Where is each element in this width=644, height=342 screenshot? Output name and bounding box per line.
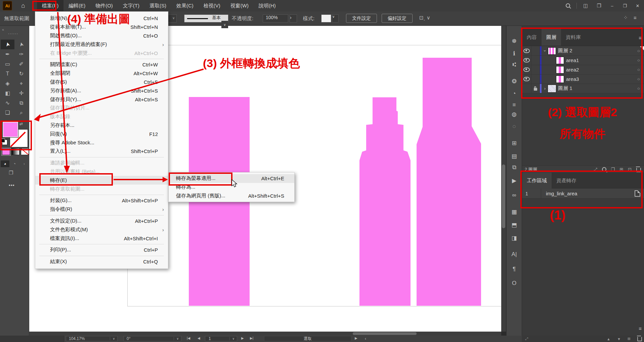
file-menu-item-22[interactable]: 文件設定(D)...Alt+Ctrl+P <box>35 217 168 226</box>
file-menu-item-16[interactable]: 邀請參與編輯... <box>35 159 168 167</box>
selection-tool[interactable]: ➤ <box>1 40 14 49</box>
drag-handle[interactable]: •••••• <box>8 32 18 36</box>
first-page-icon[interactable]: |◀ <box>187 336 190 340</box>
new-artboard-icon[interactable]: ⊞ <box>628 337 631 341</box>
tab-libraries[interactable]: 資料庫 <box>561 29 586 46</box>
artboard-page-icon[interactable] <box>630 190 644 197</box>
pink-bottle-small-shape[interactable] <box>359 97 411 306</box>
direct-selection-tool[interactable]: ➤ <box>14 40 28 49</box>
chevron-down-icon[interactable]: ∨ <box>110 337 117 340</box>
layer-name[interactable]: area3 <box>566 76 633 82</box>
draw-normal-icon[interactable]: ◕ <box>1 160 9 167</box>
panel-menu-icon[interactable]: ≡ <box>634 15 637 20</box>
layer-row-2[interactable]: area2○ <box>522 65 644 75</box>
align-options-icon[interactable]: ⊡˯ ∨ <box>419 15 430 21</box>
layer-name[interactable]: area1 <box>566 57 633 63</box>
gradient-panel-icon[interactable]: ◨ <box>507 235 522 242</box>
magic-wand-tool[interactable]: ⌖ <box>14 79 28 88</box>
pink-bottle-large-shape[interactable] <box>417 58 481 306</box>
menubar-item-8[interactable]: 說明(H) <box>254 0 281 11</box>
links-panel-icon[interactable]: ∞ <box>507 192 522 199</box>
opentype-panel-icon[interactable]: O <box>507 280 522 287</box>
home-icon[interactable]: ⌂ <box>18 2 28 9</box>
minimize-button[interactable]: – <box>606 0 618 11</box>
document-layout-icon[interactable]: ❒ <box>597 3 601 8</box>
collapse-panel-icon[interactable]: « <box>2 28 4 32</box>
asset-export-panel-icon[interactable]: ⬒ <box>507 222 522 229</box>
eyedropper-tool[interactable]: ✛ <box>14 88 28 98</box>
stroke-style-dropdown[interactable]: 基本 ∨ <box>184 14 228 22</box>
rotate-tool[interactable]: ↻ <box>14 69 28 79</box>
visibility-toggle[interactable] <box>522 56 531 65</box>
menubar-item-0[interactable]: 檔案(F) <box>37 0 63 11</box>
character-panel-icon[interactable]: A| <box>507 251 522 258</box>
pathfinder-panel-icon[interactable]: ⧉ <box>507 164 522 171</box>
tab-artboards[interactable]: 工作區域 <box>522 173 552 189</box>
layer-thumbnail[interactable] <box>556 66 564 73</box>
chevron-down-icon[interactable]: ∨ <box>229 337 237 340</box>
visibility-toggle[interactable] <box>522 65 531 74</box>
make-mask-icon[interactable]: ❐ <box>611 167 615 172</box>
lock-cell[interactable] <box>531 56 540 65</box>
shortcuts-panel-icon[interactable]: ⑆ <box>507 61 522 68</box>
file-menu-item-10[interactable]: 儲存選取的切片... <box>35 104 168 112</box>
actions-panel-icon[interactable]: ▶ <box>507 177 522 184</box>
draw-behind-icon[interactable]: ◔ <box>10 160 19 167</box>
layer-name[interactable]: 圖層 1 <box>558 85 633 92</box>
rotation-dropdown[interactable]: 0° ∨ <box>124 336 181 341</box>
file-menu-item-21[interactable]: 指令檔(R)› <box>35 205 168 214</box>
more-tools-icon[interactable]: ••• <box>9 183 15 188</box>
file-menu-item-4[interactable]: 在 Bridge 中瀏覽...Alt+Ctrl+O <box>35 49 168 57</box>
file-menu-item-9[interactable]: 儲存拷貝(Y)...Alt+Ctrl+S <box>35 95 168 104</box>
menubar-item-2[interactable]: 物件(O) <box>90 0 118 11</box>
chevron-collapsed-icon[interactable]: › <box>542 86 548 91</box>
menubar-item-1[interactable]: 編輯(E) <box>63 0 90 11</box>
zoom-level-dropdown[interactable]: 104.17% ∨ <box>66 336 118 341</box>
panel-menu-icon[interactable]: ≡ <box>639 326 642 331</box>
selection-panel-icon[interactable]: ◌ <box>507 123 522 130</box>
screen-mode-icon[interactable]: ❐ <box>9 170 13 176</box>
file-menu-item-7[interactable]: 儲存(S)Ctrl+S <box>35 78 168 87</box>
file-menu-item-15[interactable]: 置入(L)...Shift+Ctrl+P <box>35 147 168 156</box>
search-icon[interactable] <box>566 3 570 9</box>
opacity-more-button[interactable]: › <box>290 14 297 22</box>
expand-icon[interactable]: ⤢ <box>594 167 597 172</box>
close-button[interactable]: ✕ <box>631 0 644 11</box>
file-menu-item-8[interactable]: 另存新檔(A)...Shift+Ctrl+S <box>35 86 168 95</box>
file-menu-item-2[interactable]: 開啟舊檔(O)...Ctrl+O <box>35 32 168 40</box>
visibility-toggle[interactable] <box>522 84 531 93</box>
tab-layers[interactable]: 圖層 <box>542 29 561 46</box>
vertical-scrollbar[interactable] <box>501 26 506 332</box>
fill-color-swatch[interactable] <box>3 122 18 137</box>
last-page-icon[interactable]: ▶| <box>250 336 253 340</box>
visibility-toggle[interactable] <box>522 75 531 84</box>
file-menu-item-5[interactable]: 關閉檔案(C)Ctrl+W <box>35 60 168 69</box>
menubar-item-3[interactable]: 文字(T) <box>118 0 144 11</box>
pen-tool[interactable]: ✒ <box>1 49 14 59</box>
file-menu-item-0[interactable]: 新增(N)...Ctrl+N <box>35 14 168 23</box>
document-setup-button[interactable]: 文件設定 <box>346 14 377 23</box>
file-menu-item-18[interactable]: 轉存(E)› <box>35 176 168 185</box>
layer-row-1[interactable]: area1○ <box>522 56 644 65</box>
chevron-expanded-icon[interactable]: › <box>542 48 548 53</box>
new-sublayer-icon[interactable]: ⊞ <box>619 167 623 172</box>
style-swatch[interactable] <box>321 14 331 22</box>
color-panel-icon[interactable]: ❂ <box>507 78 522 85</box>
horizontal-scrollbar[interactable] <box>29 332 501 336</box>
file-menu-item-20[interactable]: 封裝(G)...Alt+Shift+Ctrl+P <box>35 196 168 205</box>
color-button[interactable] <box>2 148 10 155</box>
locate-object-icon[interactable] <box>602 167 606 172</box>
status-expand-icon[interactable]: ▶ <box>355 336 357 340</box>
width-tool[interactable]: ∿ <box>1 98 14 108</box>
layer-row-4[interactable]: ›圖層 1○ <box>522 84 644 93</box>
info-panel-icon[interactable]: ℹ <box>507 50 522 57</box>
transparency-panel-icon[interactable]: ◍ <box>507 111 522 118</box>
menubar-item-6[interactable]: 檢視(V) <box>199 0 225 11</box>
align-panel-icon[interactable]: ▤ <box>507 153 522 160</box>
layer-row-0[interactable]: ›圖層 2○ <box>522 46 644 56</box>
rectangle-tool[interactable]: ▭ <box>1 59 14 69</box>
layer-row-3[interactable]: area3○ <box>522 75 644 84</box>
artboard-video-panel-icon[interactable]: ⊞ <box>507 140 522 147</box>
lock-cell[interactable] <box>531 65 540 74</box>
type-tool[interactable]: T <box>1 69 14 79</box>
